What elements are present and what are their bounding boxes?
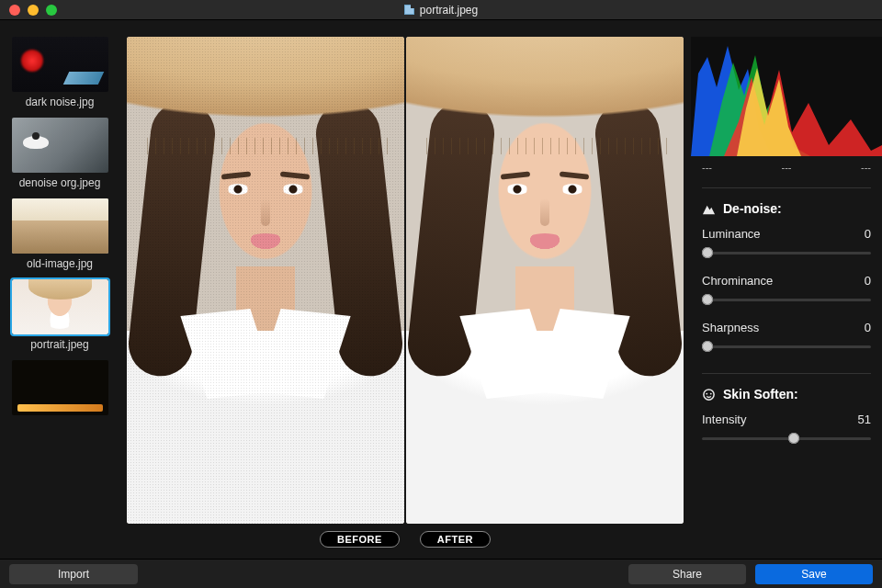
file-icon — [404, 5, 414, 15]
thumbnail-image — [12, 37, 108, 92]
intensity-control: Intensity 51 — [702, 413, 871, 445]
thumbnail-item[interactable] — [9, 360, 110, 419]
main-area: dark noise.jpg denoise org.jpeg old-imag… — [0, 20, 882, 559]
luminance-slider[interactable] — [702, 246, 871, 259]
before-after-compare[interactable] — [127, 37, 684, 524]
import-button[interactable]: Import — [9, 564, 138, 584]
save-button[interactable]: Save — [755, 564, 873, 584]
thumbnail-image — [12, 198, 108, 254]
thumbnail-image — [12, 118, 108, 173]
compare-toggle: BEFORE AFTER — [127, 524, 684, 555]
readout-r: --- — [702, 162, 712, 173]
chrominance-slider[interactable] — [702, 293, 871, 306]
svg-point-1 — [706, 392, 707, 394]
thumbnail-label: dark noise.jpg — [26, 96, 95, 108]
control-value: 0 — [865, 321, 871, 334]
control-value: 0 — [865, 274, 871, 288]
minimize-icon[interactable] — [28, 5, 39, 16]
title-center: portrait.jpeg — [0, 4, 882, 17]
thumbnail-item-selected[interactable]: portrait.jpeg — [9, 279, 110, 351]
svg-point-0 — [704, 389, 714, 399]
skin-section-header: Skin Soften: — [702, 387, 871, 401]
app-window: portrait.jpeg dark noise.jpg denoise org… — [0, 0, 882, 588]
readout-g: --- — [782, 162, 792, 173]
face-icon — [702, 388, 716, 401]
chrominance-control: Chrominance 0 — [702, 274, 871, 306]
luminance-control: Luminance 0 — [702, 227, 871, 259]
thumbnail-label: portrait.jpeg — [30, 338, 88, 351]
before-pane — [127, 37, 404, 524]
control-label: Luminance — [702, 227, 761, 241]
sharpness-control: Sharpness 0 — [702, 321, 871, 353]
thumbnail-label: old-image.jpg — [27, 257, 93, 270]
after-button[interactable]: AFTER — [420, 531, 491, 548]
divider — [702, 373, 871, 374]
window-controls — [9, 5, 57, 16]
mountain-icon — [702, 202, 716, 216]
control-label: Chrominance — [702, 274, 773, 288]
footer-bar: Import Share Save — [0, 559, 882, 588]
sharpness-slider[interactable] — [702, 340, 871, 353]
titlebar: portrait.jpeg — [0, 0, 882, 20]
after-pane — [406, 37, 684, 524]
thumbnail-item[interactable]: old-image.jpg — [9, 198, 110, 270]
maximize-icon[interactable] — [46, 5, 57, 16]
histogram-readouts: --- --- --- — [702, 160, 871, 182]
preview-area: BEFORE AFTER — [119, 20, 691, 559]
histogram[interactable] — [691, 37, 882, 156]
thumbnail-label: denoise org.jpeg — [19, 176, 101, 189]
divider — [702, 187, 871, 188]
window-title: portrait.jpeg — [420, 4, 478, 17]
svg-point-2 — [710, 392, 712, 394]
thumbnail-image — [12, 360, 108, 415]
control-value: 51 — [858, 413, 871, 426]
denoise-title: De-noise: — [723, 201, 782, 216]
adjustments-panel: --- --- --- De-noise: Luminance 0 — [691, 20, 882, 559]
intensity-slider[interactable] — [702, 432, 871, 445]
histogram-chart — [691, 37, 882, 156]
control-value: 0 — [865, 227, 871, 241]
before-button[interactable]: BEFORE — [320, 531, 400, 548]
readout-b: --- — [861, 162, 871, 173]
thumbnail-item[interactable]: dark noise.jpg — [9, 37, 110, 108]
close-icon[interactable] — [9, 5, 20, 16]
skin-title: Skin Soften: — [723, 387, 798, 401]
control-label: Sharpness — [702, 321, 759, 334]
thumbnail-sidebar[interactable]: dark noise.jpg denoise org.jpeg old-imag… — [0, 20, 119, 559]
denoise-section-header: De-noise: — [702, 201, 871, 216]
control-label: Intensity — [702, 413, 746, 426]
thumbnail-image — [12, 279, 108, 334]
share-button[interactable]: Share — [628, 564, 746, 584]
thumbnail-item[interactable]: denoise org.jpeg — [9, 118, 110, 189]
